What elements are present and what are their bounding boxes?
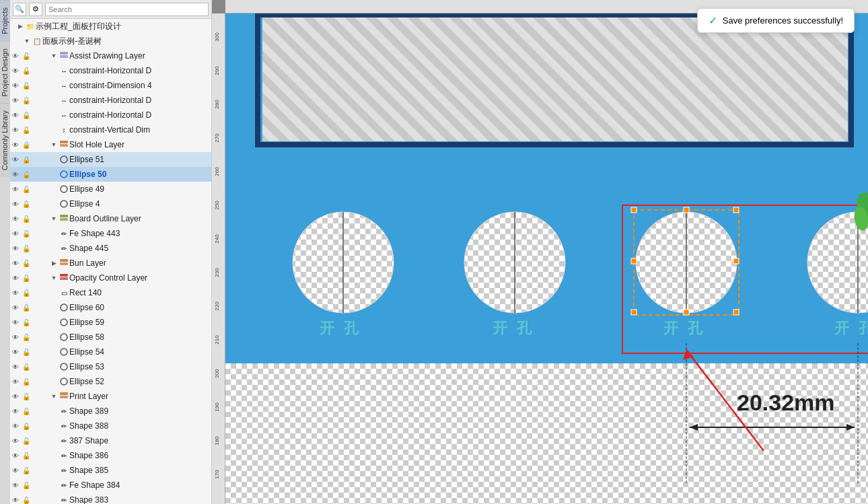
lock-ch3[interactable]: 🔓: [21, 108, 32, 122]
expand-print[interactable]: ▼: [49, 389, 59, 404]
tree-ellipse-53[interactable]: 👁 🔓 Ellipse 53: [10, 359, 211, 374]
expand-root[interactable]: ▶: [15, 19, 25, 34]
lock-print[interactable]: 🔓: [21, 389, 32, 404]
eye-e59[interactable]: 👁: [10, 315, 21, 330]
lock-assist[interactable]: 🔓: [21, 48, 32, 63]
eye-s443[interactable]: 👁: [10, 226, 21, 241]
layer-bun[interactable]: 👁 🔓 ▶ Bun Layer: [10, 256, 211, 271]
eye-ch2[interactable]: 👁: [10, 93, 21, 108]
expand-assist[interactable]: ▼: [49, 48, 59, 63]
lock-cv1[interactable]: 🔓: [21, 122, 32, 137]
tree-ellipse-60[interactable]: 👁 🔓 Ellipse 60: [10, 300, 211, 315]
tree-shape-388[interactable]: 👁 🔓 ✏ Shape 388: [10, 419, 211, 433]
lock-s443[interactable]: 🔓: [21, 226, 32, 241]
search-input[interactable]: [45, 3, 209, 16]
tab-project[interactable]: Projects: [0, 0, 10, 41]
expand-opacity[interactable]: ▼: [49, 271, 59, 285]
lock-s445[interactable]: 🔓: [21, 241, 32, 256]
lock-e50[interactable]: 🔓: [21, 167, 32, 182]
lock-opacity[interactable]: 🔓: [21, 271, 32, 285]
eye-print[interactable]: 👁: [10, 389, 21, 404]
design-canvas[interactable]: 开 孔 开 孔 开 孔 开 孔 20.32mm: [225, 13, 868, 504]
handle-br[interactable]: [733, 310, 739, 315]
lock-s385[interactable]: 🔓: [21, 463, 32, 478]
lock-bun[interactable]: 🔓: [21, 256, 32, 271]
eye-e54[interactable]: 👁: [10, 345, 21, 359]
expand-panel[interactable]: ▼: [22, 34, 32, 48]
eye-e4[interactable]: 👁: [10, 196, 21, 211]
lock-s389[interactable]: 🔓: [21, 404, 32, 419]
eye-board[interactable]: 👁: [10, 211, 21, 226]
eye-e52[interactable]: 👁: [10, 374, 21, 389]
handle-tm[interactable]: [684, 207, 689, 213]
tree-constraint-d1[interactable]: 👁 🔓 ↔ constraint-Dimension 4: [10, 78, 211, 93]
lock-s384[interactable]: 🔓: [21, 478, 32, 493]
tab-design[interactable]: Project Design: [0, 41, 10, 104]
lock-s387[interactable]: 🔓: [21, 433, 32, 448]
layer-opacity[interactable]: 👁 🔓 ▼ Opacity Control Layer: [10, 271, 211, 285]
lock-cd1[interactable]: 🔓: [21, 78, 32, 93]
lock-e58[interactable]: 🔓: [21, 330, 32, 345]
lock-s388[interactable]: 🔓: [21, 419, 32, 433]
tree-root-project[interactable]: ▶ 📁 示例工程_面板打印设计: [10, 19, 211, 34]
lock-board[interactable]: 🔓: [21, 211, 32, 226]
eye-s383[interactable]: 👁: [10, 493, 21, 504]
eye-e58[interactable]: 👁: [10, 330, 21, 345]
tree-constraint-h1[interactable]: 👁 🔓 ↔ constraint-Horizontal D: [10, 63, 211, 78]
layer-board-outline[interactable]: 👁 🔓 ▼ Board Outline Layer: [10, 211, 211, 226]
eye-s387[interactable]: 👁: [10, 433, 21, 448]
eye-s389[interactable]: 👁: [10, 404, 21, 419]
lock-r140[interactable]: 🔓: [21, 285, 32, 300]
tree-ellipse-50[interactable]: 👁 🔓 Ellipse 50: [10, 167, 211, 182]
eye-slot[interactable]: 👁: [10, 137, 21, 152]
eye-ch3[interactable]: 👁: [10, 108, 21, 122]
lock-e49[interactable]: 🔓: [21, 182, 32, 196]
eye-s445[interactable]: 👁: [10, 241, 21, 256]
eye-e51[interactable]: 👁: [10, 152, 21, 167]
eye-r140[interactable]: 👁: [10, 285, 21, 300]
handle-ml[interactable]: [631, 258, 637, 264]
tree-shape-445[interactable]: 👁 🔓 ✏ Shape 445: [10, 241, 211, 256]
eye-e49[interactable]: 👁: [10, 182, 21, 196]
tree-constraint-h3[interactable]: 👁 🔓 ↔ constraint-Horizontal D: [10, 108, 211, 122]
eye-s384[interactable]: 👁: [10, 478, 21, 493]
eye-cv1[interactable]: 👁: [10, 122, 21, 137]
tree-constraint-v1[interactable]: 👁 🔓 ↕ constraint-Vertical Dim: [10, 122, 211, 137]
lock-e60[interactable]: 🔓: [21, 300, 32, 315]
tab-commonly-library[interactable]: Commonly Library: [0, 103, 10, 177]
tree-constraint-h2[interactable]: 👁 🔓 ↔ constraint-Horizontal D: [10, 93, 211, 108]
expand-board[interactable]: ▼: [49, 211, 59, 226]
tree-shape-386[interactable]: 👁 🔓 ✏ Shape 386: [10, 448, 211, 463]
tree-ellipse-51[interactable]: 👁 🔒 Ellipse 51: [10, 152, 211, 167]
lock-e51[interactable]: 🔒: [21, 152, 32, 167]
tree-root-panel[interactable]: ▼ 📋 面板示例-圣诞树: [10, 34, 211, 48]
lock-e54[interactable]: 🔓: [21, 345, 32, 359]
tree-ellipse-59[interactable]: 👁 🔓 Ellipse 59: [10, 315, 211, 330]
handle-bl[interactable]: [631, 310, 637, 315]
lock-slot[interactable]: 🔒: [21, 137, 32, 152]
tree-shape-383[interactable]: 👁 🔓 ✏ Shape 383: [10, 493, 211, 504]
lock-ch2[interactable]: 🔓: [21, 93, 32, 108]
filter-btn[interactable]: ⚙: [29, 3, 42, 16]
tree-shape-443[interactable]: 👁 🔓 ✏ Fe Shape 443: [10, 226, 211, 241]
tree-shape-384[interactable]: 👁 🔓 ✏ Fe Shape 384: [10, 478, 211, 493]
lock-ch1[interactable]: 🔓: [21, 63, 32, 78]
eye-ch1[interactable]: 👁: [10, 63, 21, 78]
layer-print[interactable]: 👁 🔓 ▼ Print Layer: [10, 389, 211, 404]
tree-shape-389[interactable]: 👁 🔓 ✏ Shape 389: [10, 404, 211, 419]
handle-bm[interactable]: [684, 310, 689, 315]
search-btn[interactable]: 🔍: [13, 3, 26, 16]
eye-e60[interactable]: 👁: [10, 300, 21, 315]
layer-assist-drawing[interactable]: 👁 🔓 ▼ Assist Drawing Layer: [10, 48, 211, 63]
tree-rect-140[interactable]: 👁 🔓 ▭ Rect 140: [10, 285, 211, 300]
handle-tl[interactable]: [631, 207, 637, 213]
handle-tr[interactable]: [733, 207, 739, 213]
tree-shape-387[interactable]: 👁 🔓 ✏ 387 Shape: [10, 433, 211, 448]
eye-bun[interactable]: 👁: [10, 256, 21, 271]
expand-bun[interactable]: ▶: [49, 256, 59, 271]
tree-ellipse-4[interactable]: 👁 🔓 Ellipse 4: [10, 196, 211, 211]
main-canvas-area[interactable]: 开 孔 开 孔 开 孔 开 孔 20.32mm 300 29: [212, 0, 868, 504]
lock-s386[interactable]: 🔓: [21, 448, 32, 463]
expand-slot[interactable]: ▼: [49, 137, 59, 152]
tree-ellipse-54[interactable]: 👁 🔓 Ellipse 54: [10, 345, 211, 359]
